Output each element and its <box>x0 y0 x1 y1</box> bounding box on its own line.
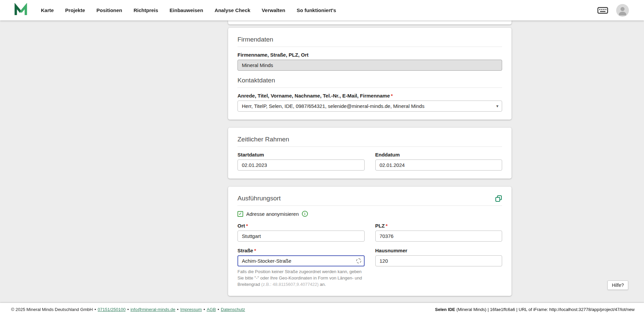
nav-item-verwalten[interactable]: Verwalten <box>262 7 285 13</box>
hausnummer-field-group: Hausnummer <box>375 248 502 266</box>
divider <box>237 205 502 206</box>
main-nav: Karte Projekte Positionen Richtpreis Ein… <box>41 7 336 13</box>
divider <box>237 87 502 88</box>
card-partial-top <box>228 20 512 24</box>
strasse-hint-coords: (z.B.: 48.8115607,9.4077422) <box>261 282 319 287</box>
contact-field-label: Anrede, Titel, Vorname, Nachname, Tel.-N… <box>237 93 502 99</box>
enddatum-field-group: Enddatum <box>375 152 502 171</box>
startdatum-field-group: Startdatum <box>237 152 365 171</box>
chevron-down-icon: ▾ <box>496 101 498 111</box>
ausfuehrungsort-title: Ausführungsort <box>237 195 281 202</box>
plz-label-text: PLZ <box>375 223 385 229</box>
startdatum-input[interactable] <box>237 160 365 171</box>
anonymize-label: Adresse anonymisieren <box>246 211 299 217</box>
strasse-input[interactable] <box>237 255 365 266</box>
startdatum-label: Startdatum <box>237 152 365 157</box>
required-marker: * <box>386 223 388 229</box>
contact-select-value: Herr, TitelP, Selen, IDE, 0987/654321, s… <box>242 103 424 109</box>
nav-item-karte[interactable]: Karte <box>41 7 54 13</box>
debug-info: Selen IDE (Mineral Minds) | 16fae1ffc6a6… <box>435 307 635 312</box>
divider <box>237 47 502 47</box>
company-field-label: Firmenname, Straße, PLZ, Ort <box>237 52 502 58</box>
check-icon: ✓ <box>238 212 242 216</box>
hausnummer-input[interactable] <box>375 255 502 266</box>
strasse-label: Straße* <box>237 248 365 253</box>
zeitraum-title: Zeitlicher Rahmen <box>237 136 502 143</box>
enddatum-label: Enddatum <box>375 152 502 157</box>
nav-item-analyse-check[interactable]: Analyse Check <box>215 7 251 13</box>
company-field: Mineral Minds <box>237 60 502 71</box>
top-navbar: Karte Projekte Positionen Richtpreis Ein… <box>0 0 644 20</box>
strasse-field-group: Straße* Falls die Position keiner Straße… <box>237 248 365 288</box>
debug-info-app: Selen IDE <box>435 307 455 312</box>
user-avatar[interactable] <box>616 4 629 17</box>
ort-label: Ort* <box>237 223 365 229</box>
footer-link-impressum[interactable]: Impressum <box>180 307 202 312</box>
card-ausfuehrungsort: Ausführungsort ✓ Adresse anonymisieren i… <box>228 187 512 296</box>
mineral-minds-logo[interactable] <box>13 3 28 18</box>
copyright-text: © 2025 Mineral Minds Deutschland GmbH <box>11 307 93 312</box>
hausnummer-label: Hausnummer <box>375 248 502 253</box>
bullet-separator: • <box>204 307 205 312</box>
ort-label-text: Ort <box>237 223 245 229</box>
kontaktdaten-title: Kontaktdaten <box>237 77 502 84</box>
bullet-separator: • <box>95 307 96 312</box>
nav-item-positionen[interactable]: Positionen <box>97 7 122 13</box>
ort-field-group: Ort* <box>237 223 365 242</box>
nav-item-projekte[interactable]: Projekte <box>65 7 85 13</box>
card-firmendaten: Firmendaten Firmenname, Straße, PLZ, Ort… <box>228 28 512 120</box>
plz-input[interactable] <box>375 231 502 242</box>
bullet-separator: • <box>218 307 219 312</box>
footer-link-agb[interactable]: AGB <box>207 307 216 312</box>
footer-link-datenschutz[interactable]: Datenschutz <box>221 307 245 312</box>
strasse-hint-suffix: an. <box>319 282 326 287</box>
help-button[interactable]: Hilfe? <box>607 280 628 290</box>
required-marker: * <box>391 93 393 99</box>
footer-link-phone[interactable]: 07151/250100 <box>98 307 125 312</box>
form-column: Firmendaten Firmenname, Straße, PLZ, Ort… <box>228 20 512 316</box>
strasse-label-text: Straße <box>237 248 253 253</box>
page-footer: © 2025 Mineral Minds Deutschland GmbH • … <box>0 303 644 316</box>
anonymize-checkbox[interactable]: ✓ <box>237 211 243 217</box>
required-marker: * <box>254 248 256 253</box>
footer-link-email[interactable]: info@mineral-minds.de <box>130 307 175 312</box>
duplicate-icon[interactable] <box>495 195 502 202</box>
ort-input[interactable] <box>237 231 365 242</box>
debug-info-rest: (Mineral Minds) | 16fae1ffc6a6 | URL of … <box>455 307 635 312</box>
contact-select[interactable]: Herr, TitelP, Selen, IDE, 0987/654321, s… <box>237 101 502 112</box>
loading-spinner-icon <box>356 258 361 263</box>
nav-item-so-funktionierts[interactable]: So funktioniert's <box>297 7 336 13</box>
strasse-hint: Falls die Position keiner Straße zugeord… <box>237 269 365 288</box>
info-icon[interactable]: i <box>302 211 308 217</box>
bullet-separator: • <box>127 307 129 312</box>
nav-item-einbauweisen[interactable]: Einbauweisen <box>170 7 203 13</box>
plz-label: PLZ* <box>375 223 502 229</box>
firmendaten-title: Firmendaten <box>237 36 502 43</box>
divider <box>237 146 502 147</box>
card-zeitlicher-rahmen: Zeitlicher Rahmen Startdatum Enddatum <box>228 128 512 179</box>
bullet-separator: • <box>177 307 179 312</box>
enddatum-input[interactable] <box>375 160 502 171</box>
company-field-value: Mineral Minds <box>242 62 273 68</box>
plz-field-group: PLZ* <box>375 223 502 242</box>
nav-item-richtpreis[interactable]: Richtpreis <box>133 7 158 13</box>
required-marker: * <box>246 223 248 229</box>
contact-field-label-text: Anrede, Titel, Vorname, Nachname, Tel.-N… <box>237 93 390 99</box>
keyboard-icon[interactable] <box>597 7 608 14</box>
